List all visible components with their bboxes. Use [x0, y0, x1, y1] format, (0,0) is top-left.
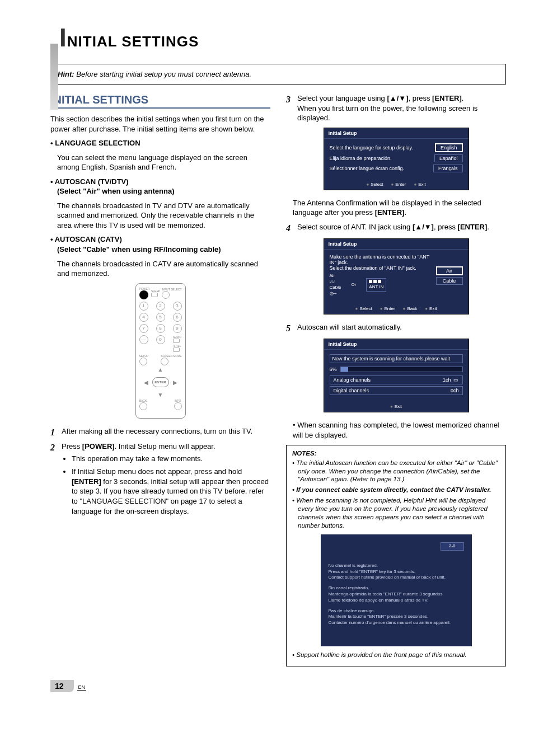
hint-msg-en: No channel is registered. Press and hold…	[329, 563, 464, 581]
antenna-screen-title: Initial Setup	[324, 239, 469, 250]
hint-en-0: No channel is registered.	[329, 563, 464, 569]
arrow-left-icon: ◀	[144, 379, 148, 385]
step-3-body: Select your language using [▲/▼], press …	[297, 93, 506, 123]
remote-setup-label: SETUP	[139, 354, 149, 358]
hint-msg-es: Sin canal registrado. Mantenga oprimida …	[329, 585, 464, 603]
page-title-rest: NITIAL SETTINGS	[67, 33, 199, 50]
remote-back-label: BACK	[139, 399, 147, 402]
arrow-down-icon: ▼	[158, 392, 163, 398]
title-side-bar	[50, 44, 58, 110]
scan-done-text: • When scanning has completed, the lowes…	[293, 420, 506, 440]
remote-num-5: 5	[156, 313, 165, 322]
remote-screen-label: SCREEN MODE	[161, 354, 181, 358]
ant-footer-exit: Exit	[425, 306, 437, 311]
lang-row-0-label: Select the language for setup display.	[330, 145, 413, 151]
digital-val: 0ch	[451, 388, 459, 393]
lang-row-2-opt: Français	[433, 165, 463, 172]
step-4-text-b: , press	[434, 223, 458, 231]
step-1: 1 After making all the necessary connect…	[50, 426, 270, 439]
step-3-enter-key: [ENTER]	[432, 94, 462, 102]
lang-row-0-opt: English	[435, 143, 463, 152]
step-2-number: 2	[50, 442, 58, 519]
ant-opt-air: Air	[436, 266, 463, 275]
remote-num-7: 7	[139, 324, 148, 333]
lang-footer-select: Select	[366, 182, 383, 187]
antenna-diagram: Air ⟀⟀ Cable ◎─ Or ANT IN	[330, 273, 436, 297]
remote-sleep-label: SLEEP	[151, 289, 160, 293]
feature-3-subtitle: (Select "Cable" when using RF/Incoming c…	[57, 245, 221, 253]
ant-cable-label: Cable	[330, 285, 341, 290]
feature-2-title: • AUTOSCAN (TV/DTV)	[50, 177, 129, 186]
step-2-b2-a: If Initial Setup menu does not appear, p…	[72, 467, 242, 476]
remote-num-8: 8	[156, 324, 165, 333]
hint-channel-indicator: 2-0	[441, 542, 464, 551]
step-4-arrow-keys: [▲/▼]	[413, 223, 434, 231]
step-5-number: 5	[286, 322, 294, 335]
remote-still-button	[173, 348, 180, 352]
lang-row-2-label: Sélectionner langue écran config.	[330, 166, 405, 171]
step-2-bullet-2: If Initial Setup menu does not appear, p…	[72, 467, 270, 516]
step-4-body: Select source of ANT. IN jack using [▲/▼…	[297, 222, 506, 234]
ant-in-label: ANT IN	[369, 284, 383, 290]
hint-fr-2: Contacter numéro d'urgence dans manuel o…	[329, 620, 464, 626]
autoscan-footer-exit: Exit	[390, 404, 402, 409]
feature-3-body: The channels broadcasted in CATV are aut…	[57, 259, 270, 279]
language-screen: Initial Setup Select the language for se…	[324, 128, 469, 190]
autoscan-msg: Now the system is scanning for channels,…	[330, 354, 463, 363]
feature-1-body: You can select the menu language display…	[57, 153, 270, 172]
remote-setup-button	[139, 358, 147, 365]
hint-label: Hint:	[58, 70, 74, 78]
hint-fr-1: Maintenir la touche "ENTER" pressée 3 se…	[329, 614, 464, 620]
remote-power-label: POWER	[139, 287, 150, 290]
remote-num-dash: —	[139, 335, 148, 344]
analog-val: 1ch	[443, 377, 451, 383]
antenna-screen: Initial Setup Make sure the antenna is c…	[324, 238, 469, 314]
ant-line2: Select the destination of "ANT IN" jack.	[330, 265, 436, 271]
remote-sleep-button	[151, 293, 158, 297]
hint-en-1: Press and hold "ENTER" key for 3 seconds…	[329, 569, 464, 575]
page-title: INITIAL SETTINGS	[59, 22, 506, 53]
step-4-text-a: Select source of ANT. IN jack using	[297, 223, 413, 231]
step-2-body: Press [POWER]. Initial Setup menu will a…	[62, 442, 270, 519]
lang-footer-exit: Exit	[414, 182, 425, 187]
ant-footer-enter: Enter	[380, 306, 395, 311]
step-3-arrow-keys: [▲/▼]	[387, 94, 408, 102]
remote-power-button	[139, 290, 148, 299]
page-lang: EN	[77, 684, 87, 691]
remote-input-button	[162, 291, 170, 299]
remote-audio-label: AUDIO	[173, 335, 182, 339]
autoscan-progress	[340, 367, 463, 372]
notes-box: NOTES: The initial Autoscan function can…	[286, 445, 506, 666]
step-2: 2 Press [POWER]. Initial Setup menu will…	[50, 442, 270, 519]
step-3-after-enter: [ENTER]	[375, 208, 405, 217]
hint-fr-0: Pas de chaîne consign.	[329, 608, 464, 614]
note-4: Support hotline is provided on the front…	[292, 651, 500, 659]
remote-num-2: 2	[156, 302, 165, 311]
remote-num-1: 1	[139, 302, 148, 311]
step-3-desc: When you first turn on the power, the fo…	[297, 104, 477, 123]
remote-screen-button	[161, 358, 168, 365]
ant-or-label: Or	[351, 282, 356, 288]
lang-row-1-opt: Español	[434, 154, 463, 162]
language-screen-title: Initial Setup	[324, 128, 469, 139]
analog-label: Analog channels	[334, 377, 371, 383]
arrow-right-icon: ▶	[173, 379, 177, 385]
digital-label: Digital channels	[334, 388, 369, 393]
remote-dpad: ▲ ▼ ◀ ▶ ENTER	[143, 368, 179, 397]
ant-opt-cable: Cable	[436, 277, 463, 285]
remote-num-3: 3	[173, 302, 182, 311]
left-column: INITIAL SETTINGS This section describes …	[50, 93, 270, 666]
step-3-after-b: .	[404, 208, 406, 217]
step-3-text-b: , press	[408, 94, 432, 102]
page-number: 12	[50, 680, 74, 692]
ant-line1: Make sure the antenna is connected to "A…	[330, 254, 436, 265]
remote-audio-button	[173, 339, 180, 343]
hint-es-0: Sin canal registrado.	[329, 585, 464, 591]
step-4-enter-key: [ENTER]	[458, 223, 488, 231]
hint-en-2: Contact support hotline provided on manu…	[329, 575, 464, 581]
step-4-number: 4	[286, 222, 294, 234]
note-3: When the scanning is not completed, Help…	[292, 496, 500, 530]
lang-footer-enter: Enter	[391, 182, 406, 187]
step-3-after: The Antenna Confirmation will be display…	[293, 198, 506, 218]
step-1-body: After making all the necessary connectio…	[62, 426, 270, 439]
